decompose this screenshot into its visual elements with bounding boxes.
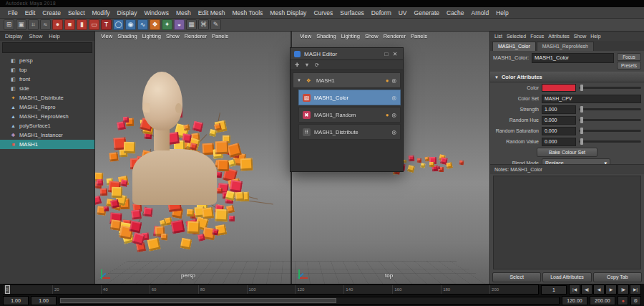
viewport-menu-lighting[interactable]: Lighting: [341, 33, 360, 39]
refresh-icon[interactable]: ⟳: [315, 62, 319, 68]
mash-editor-titlebar[interactable]: MASH Editor □✕: [291, 48, 403, 60]
menu-file[interactable]: File: [4, 9, 21, 16]
menu-curves[interactable]: Curves: [310, 9, 336, 16]
outliner-item-front[interactable]: ◧front: [0, 75, 94, 84]
ae-menu-show[interactable]: Show: [574, 34, 587, 39]
eye-icon[interactable]: ◎: [391, 95, 396, 101]
select-button[interactable]: Select: [492, 272, 541, 282]
outliner-item-persp[interactable]: ◧persp: [0, 56, 94, 65]
menu-help[interactable]: Help: [492, 9, 512, 16]
section-header-color-attributes[interactable]: ▼Color Attributes: [490, 72, 644, 82]
mash-node-row-mash1[interactable]: ▼❖MASH1●◎: [293, 72, 401, 88]
nurbs-circle-icon[interactable]: ◯: [113, 19, 124, 30]
menu-display[interactable]: Display: [114, 9, 141, 16]
mannequin-head-model[interactable]: [138, 69, 224, 212]
maximize-icon[interactable]: □: [382, 51, 391, 57]
viewport-menu-view[interactable]: View: [101, 33, 112, 39]
current-frame-field[interactable]: 1: [541, 285, 567, 295]
slider-handle[interactable]: [580, 128, 583, 134]
ae-menu-selected[interactable]: Selected: [507, 34, 526, 39]
solo-icon[interactable]: ●: [386, 77, 389, 84]
ae-menu-help[interactable]: Help: [590, 34, 600, 39]
outliner-item-side[interactable]: ◧side: [0, 84, 94, 93]
animation-preferences-button[interactable]: ⚙: [630, 296, 641, 305]
mash-node-row-mash1-color[interactable]: ▧MASH1_Color◎: [298, 90, 401, 105]
mash-node-row-mash1-random[interactable]: ✖MASH1_Random●◎: [298, 107, 401, 123]
slider-track[interactable]: [579, 130, 641, 132]
outliner-item-mash1-instancer[interactable]: ❖MASH1_Instancer: [0, 130, 94, 140]
curve-tool-icon[interactable]: ∿: [137, 19, 148, 30]
viewport-menu-renderer[interactable]: Renderer: [384, 33, 406, 39]
solo-icon[interactable]: ●: [386, 112, 389, 118]
boolean-icon[interactable]: ◒: [174, 19, 185, 30]
focus-button[interactable]: Focus: [617, 53, 641, 61]
eye-icon[interactable]: ◎: [391, 129, 396, 135]
time-slider[interactable]: 020406080100120140160180200: [3, 285, 539, 295]
ae-tab-mash1-color[interactable]: MASH1_Color: [492, 42, 536, 51]
load-attributes-button[interactable]: Load Attributes: [542, 272, 591, 282]
add-node-icon[interactable]: ✚: [295, 62, 299, 68]
paint-tool-icon[interactable]: ✎: [210, 19, 221, 30]
viewport-menu-view[interactable]: View: [300, 33, 311, 39]
snap-curve-icon[interactable]: ≈: [40, 19, 51, 30]
outliner-item-mash1-distribute[interactable]: ✦MASH1_Distribute: [0, 93, 94, 102]
mash-editor-dialog[interactable]: MASH Editor □✕ ✚▼⟳ ▼❖MASH1●◎▧MASH1_Color…: [290, 47, 404, 172]
mash-node-row-mash1-distribute[interactable]: ⠿MASH1_Distribute◎: [298, 124, 401, 140]
menu-edit-mesh[interactable]: Edit Mesh: [195, 9, 229, 16]
notes-field[interactable]: [493, 176, 641, 269]
ae-menu-list[interactable]: List: [494, 34, 502, 39]
outliner-item-top[interactable]: ◧top: [0, 65, 94, 75]
play-forwards-button[interactable]: ▶: [605, 285, 617, 295]
outliner-item-mash1-repro[interactable]: ▲MASH1_Repro: [0, 102, 94, 112]
outliner-item-polysurface1[interactable]: ▲polySurface1: [0, 121, 94, 130]
playback-start-field[interactable]: 1.00: [31, 296, 57, 305]
viewport-menu-renderer[interactable]: Renderer: [185, 33, 207, 39]
menu-modify[interactable]: Modify: [89, 9, 114, 16]
viewport-menu-lighting[interactable]: Lighting: [142, 33, 161, 39]
range-slider-bar[interactable]: [60, 298, 336, 303]
slider-track[interactable]: [579, 140, 641, 143]
blend-mode-dropdown[interactable]: Replace▾: [542, 158, 610, 164]
menu-arnold[interactable]: Arnold: [468, 9, 493, 16]
menu-edit[interactable]: Edit: [21, 9, 39, 16]
outliner-menu-display[interactable]: Display: [5, 33, 23, 39]
menu-windows[interactable]: Windows: [140, 9, 172, 16]
go-to-range-end-button[interactable]: ▶|: [630, 285, 641, 295]
outliner-search-input[interactable]: [2, 42, 92, 53]
color-slider[interactable]: [579, 87, 641, 89]
viewport-menu-shading[interactable]: Shading: [316, 33, 336, 39]
type-tool-icon[interactable]: T: [101, 19, 112, 30]
viewport-menu-shading[interactable]: Shading: [117, 33, 137, 39]
step-forward-frame-button[interactable]: |▶: [618, 285, 629, 295]
slider-track[interactable]: [579, 119, 641, 121]
eye-icon[interactable]: ◎: [391, 77, 396, 84]
close-icon[interactable]: ✕: [391, 51, 399, 57]
expand-caret-icon[interactable]: ▼: [297, 78, 301, 82]
bake-colour-set-button[interactable]: Bake Colour Set: [537, 148, 597, 157]
menu-generate[interactable]: Generate: [411, 9, 443, 16]
animation-start-field[interactable]: 1.00: [3, 296, 29, 305]
presets-button[interactable]: Presets: [617, 62, 641, 70]
slider-handle[interactable]: [580, 85, 583, 91]
copy-tab-button[interactable]: Copy Tab: [593, 272, 642, 282]
poly-cylinder-icon[interactable]: ▮: [77, 19, 87, 30]
single-view-icon[interactable]: ▣: [16, 19, 26, 30]
value-field[interactable]: 0.000: [542, 116, 576, 125]
menu-mesh[interactable]: Mesh: [172, 9, 195, 16]
mash-network-icon[interactable]: ❖: [150, 19, 160, 30]
viewport-menu-panels[interactable]: Panels: [411, 33, 427, 39]
value-field[interactable]: 0.000: [542, 138, 576, 146]
go-to-range-start-button[interactable]: |◀: [569, 285, 580, 295]
playback-end-field[interactable]: 120.00: [562, 296, 587, 305]
viewport-menu-show[interactable]: Show: [365, 33, 379, 39]
slider-track[interactable]: [579, 108, 641, 110]
auto-keyframe-toggle[interactable]: ●: [618, 296, 628, 305]
ae-menu-attributes[interactable]: Attributes: [548, 34, 570, 39]
remesh-icon[interactable]: ▦: [186, 19, 197, 30]
nurbs-sphere-icon[interactable]: ◉: [125, 19, 136, 30]
menu-uv[interactable]: UV: [395, 9, 411, 16]
current-time-marker[interactable]: [5, 285, 10, 294]
menu-select[interactable]: Select: [64, 9, 89, 16]
node-name-field[interactable]: MASH1_Color: [532, 53, 614, 63]
outliner-item-mash1[interactable]: ■MASH1: [0, 140, 94, 149]
